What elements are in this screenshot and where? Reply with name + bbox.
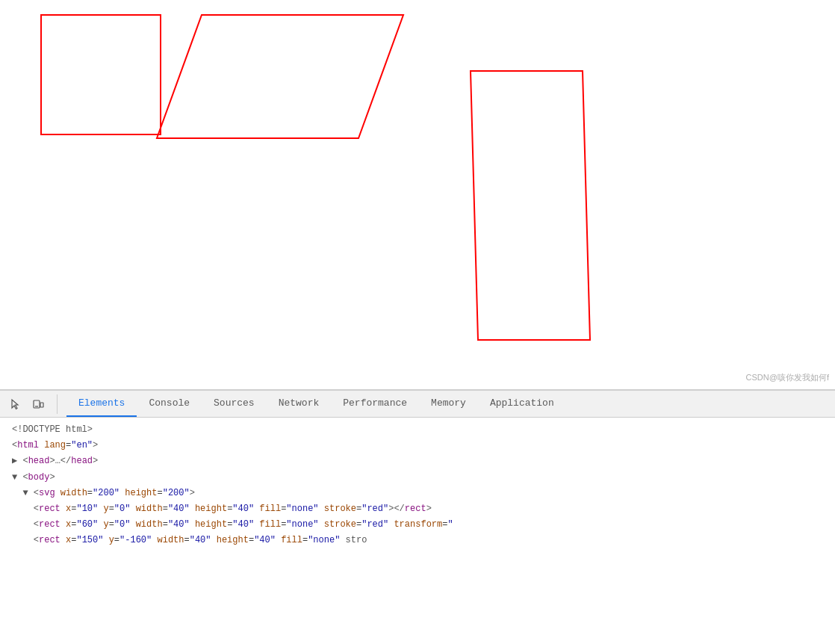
tab-application[interactable]: Application bbox=[478, 391, 566, 417]
code-line-7: <rect x="60" y="0" width="40" height="40… bbox=[0, 517, 835, 533]
device-icon[interactable] bbox=[28, 394, 48, 414]
svg-rect-1 bbox=[40, 403, 43, 407]
code-line-5: ▼ <svg width="200" height="200"> bbox=[0, 486, 835, 501]
code-line-4: ▼ <body> bbox=[0, 470, 835, 486]
canvas-area: CSDN@咳你发我如何f bbox=[0, 0, 835, 390]
shape-parallelogram1 bbox=[157, 15, 403, 138]
cursor-icon[interactable] bbox=[6, 394, 25, 414]
code-line-3: ▶ <head>…</head> bbox=[0, 453, 835, 469]
tab-elements[interactable]: Elements bbox=[66, 391, 137, 417]
shape-parallelogram2 bbox=[471, 71, 590, 340]
devtools-code-area: <!DOCTYPE html> <html lang="en"> ▶ <head… bbox=[0, 418, 835, 644]
tab-sources[interactable]: Sources bbox=[202, 391, 267, 417]
tab-console[interactable]: Console bbox=[137, 391, 202, 417]
devtools-tabs: Elements Console Sources Network Perform… bbox=[66, 391, 829, 417]
watermark: CSDN@咳你发我如何f bbox=[746, 372, 829, 383]
shape-rect1 bbox=[41, 15, 161, 134]
devtools-panel: Elements Console Sources Network Perform… bbox=[0, 390, 835, 644]
code-line-1: <!DOCTYPE html> bbox=[0, 422, 835, 438]
code-line-6: <rect x="10" y="0" width="40" height="40… bbox=[0, 501, 835, 517]
devtools-toolbar: Elements Console Sources Network Perform… bbox=[0, 391, 835, 418]
code-line-2: <html lang="en"> bbox=[0, 438, 835, 453]
tab-network[interactable]: Network bbox=[267, 391, 332, 417]
toolbar-icons bbox=[6, 394, 58, 414]
code-line-8: <rect x="150" y="-160" width="40" height… bbox=[0, 533, 835, 548]
tab-performance[interactable]: Performance bbox=[331, 391, 419, 417]
tab-memory[interactable]: Memory bbox=[419, 391, 478, 417]
